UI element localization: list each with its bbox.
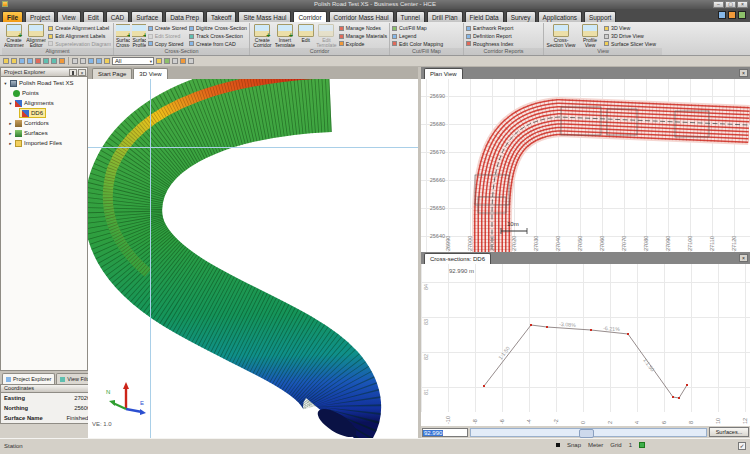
create-from-cad-button[interactable]: Create from CAD [189,40,247,47]
profile-view-button[interactable]: Profile View [578,24,602,47]
tab-file[interactable]: File [2,11,23,22]
selection-filter-combo[interactable]: All ▾ [112,57,154,65]
edit-alignment-labels-button[interactable]: Edit Alignment Labels [48,33,111,40]
close-icon[interactable]: × [739,254,748,262]
roughness-index-button[interactable]: Roughness Index [466,40,513,47]
status-checkbox[interactable]: ✓ [738,442,746,450]
new-icon[interactable] [3,58,9,64]
collapse-icon[interactable]: ▸ [8,121,13,126]
legend-button[interactable]: Legend [392,33,443,40]
snap-toggle[interactable]: Snap [567,442,581,448]
tree-node-points[interactable]: Points [1,88,87,98]
surface-slicer-view-button[interactable]: Surface Slicer View [604,40,656,47]
tab-surface[interactable]: Surface [131,11,163,22]
tree-node-alignments[interactable]: ▾ Alignments [1,98,87,108]
alignment-editor-button[interactable]: Alignment Editor [26,24,46,47]
surface-profile-button[interactable]: Surface Profile [132,24,145,47]
tab-view[interactable]: View [57,11,81,22]
tab-plan-view[interactable]: Plan View [424,68,463,79]
3d-view-canvas[interactable]: N E VE: 1.0 [88,79,418,438]
earthwork-report-button[interactable]: Earthwork Report [466,25,513,32]
create-alignment-button[interactable]: Create Alignment ▾ [4,24,24,47]
snap-indicator-icon[interactable] [556,443,560,447]
edit-corridor-button[interactable]: Edit [297,24,314,47]
surfaces-button[interactable]: Surfaces... [709,427,749,437]
tab-tunnel[interactable]: Tunnel [396,11,425,22]
cutfill-map-button[interactable]: Cut/Fill Map [392,25,443,32]
tab-site-mass-haul[interactable]: Site Mass Haul [238,11,291,22]
tab-data-prep[interactable]: Data Prep [165,11,204,22]
tab-cross-sections[interactable]: Cross-sections: DD6 [424,253,491,264]
options-icon[interactable] [188,58,194,64]
manage-nodes-button[interactable]: Manage Nodes [339,25,387,32]
snap-settings-icon[interactable] [180,58,186,64]
tab-edit[interactable]: Edit [83,11,104,22]
copy-icon[interactable] [59,58,65,64]
layers-icon[interactable] [104,58,110,64]
grid-toggle[interactable]: Grid [610,442,621,448]
create-alignment-label-button[interactable]: Create Alignment Label [48,25,111,32]
create-stored-button[interactable]: Create Stored [148,25,187,32]
station-scrollbar[interactable] [470,428,707,437]
3d-view-button[interactable]: 3D View [604,25,656,32]
digitize-cross-section-button[interactable]: Digitize Cross-Section [189,25,247,32]
expand-icon[interactable]: ▾ [8,101,13,106]
tab-project-explorer[interactable]: Project Explorer [2,373,55,384]
units-toggle[interactable]: Meter [588,442,603,448]
workspace-icon[interactable] [718,11,726,19]
explode-button[interactable]: Explode [339,40,387,47]
tab-field-data[interactable]: Field Data [465,11,504,22]
definition-report-button[interactable]: Definition Report [466,33,513,40]
zoom-out-icon[interactable] [88,58,94,64]
tab-takeoff[interactable]: Takeoff [206,11,237,22]
3d-mode-icon[interactable] [639,442,645,448]
help-icon[interactable] [738,11,746,19]
pin-icon[interactable] [69,69,77,76]
open-icon[interactable] [11,58,17,64]
tab-3d-view[interactable]: 3D View [133,68,167,79]
zoom-in-icon[interactable] [80,58,86,64]
save-icon[interactable] [19,58,25,64]
sync-icon[interactable] [728,11,736,19]
tab-start-page[interactable]: Start Page [92,68,132,79]
scrollbar-thumb[interactable] [579,429,594,438]
copy-stored-button[interactable]: Copy Stored [148,40,187,47]
undo-icon[interactable] [43,58,49,64]
3d-drive-view-button[interactable]: 3D Drive View [604,33,656,40]
station-input[interactable]: 92.990 [422,428,468,437]
tab-corridor[interactable]: Corridor [293,11,326,22]
pan-icon[interactable] [96,58,102,64]
tree-node-surfaces[interactable]: ▸ Surfaces [1,128,87,138]
cross-section-view-button[interactable]: Cross-Section View [546,24,576,47]
panel-close-icon[interactable]: × [78,69,86,76]
redo-icon[interactable] [51,58,57,64]
create-corridor-button[interactable]: Create Corridor [252,24,273,47]
tab-drill-plan[interactable]: Drill Plan [427,11,463,22]
cross-section-canvas[interactable]: 92.990 m 84 83 82 81 1:1.50 -3.08% -6 [421,264,750,426]
collapse-icon[interactable]: ▸ [8,131,13,136]
surface-cross-section-button[interactable]: Surface Cross-Section [116,24,130,47]
edit-color-mapping-button[interactable]: Edit Color Mapping [392,40,443,47]
expand-icon[interactable]: ▾ [3,81,8,86]
scale-value[interactable]: 1 [629,442,632,448]
tree-node-corridors[interactable]: ▸ Corridors [1,118,87,128]
track-cross-section-button[interactable]: Track Cross-Section [189,33,247,40]
close-icon[interactable]: × [739,69,748,77]
close-button[interactable]: × [737,1,748,8]
tree-node-imported-files[interactable]: ▸ Imported Files [1,138,87,148]
collapse-icon[interactable]: ▸ [8,141,13,146]
tab-survey[interactable]: Survey [506,11,536,22]
tree-node-root[interactable]: ▾ Polish Road Test XS [1,78,87,88]
export-icon[interactable] [35,58,41,64]
tab-cad[interactable]: CAD [106,11,130,22]
measure-icon[interactable] [164,58,170,64]
pencil-icon[interactable] [156,58,162,64]
zoom-extents-icon[interactable] [72,58,78,64]
tab-applications[interactable]: Applications [538,11,582,22]
tab-support[interactable]: Support [584,11,616,22]
tab-project[interactable]: Project [25,11,55,22]
minimize-button[interactable]: – [713,1,724,8]
manage-materials-button[interactable]: Manage Materials [339,33,387,40]
tree-node-dd6[interactable]: DD6 [1,108,87,118]
tab-corridor-mass-haul[interactable]: Corridor Mass Haul [329,11,394,22]
